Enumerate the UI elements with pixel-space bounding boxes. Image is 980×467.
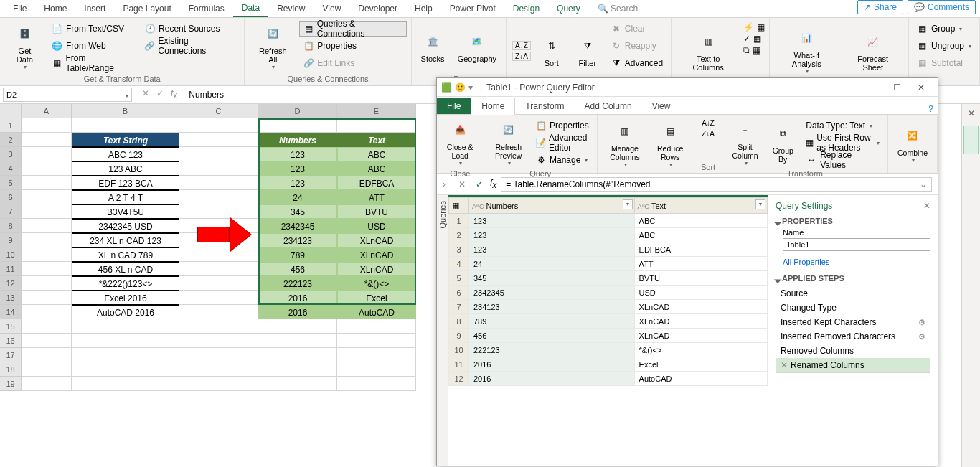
col-header[interactable]: B [72, 104, 179, 118]
forecast-button[interactable]: 📈Forecast Sheet [842, 19, 904, 82]
cell[interactable] [22, 334, 72, 348]
cell[interactable]: XLnCAD [337, 233, 416, 247]
cell[interactable] [337, 118, 416, 133]
all-properties-link[interactable]: All Properties [783, 258, 829, 266]
cell[interactable] [258, 118, 337, 133]
filter-dropdown-icon[interactable]: ▾ [623, 199, 633, 209]
name-box-input[interactable] [6, 90, 124, 99]
query-tab[interactable] [963, 126, 979, 154]
row-header[interactable]: 13 [0, 291, 22, 305]
cell[interactable]: Text [337, 133, 416, 147]
cell[interactable]: AutoCAD 2016 [72, 305, 179, 319]
cell[interactable]: ATT [337, 190, 416, 204]
col-header[interactable]: D [258, 104, 337, 118]
comments-button[interactable]: 💬Comments [908, 0, 976, 14]
applied-steps-header[interactable]: APPLIED STEPS [776, 274, 930, 283]
queries-pane-collapsed[interactable]: ✕ [961, 104, 980, 467]
row-header[interactable]: 18 [0, 362, 22, 377]
cell[interactable]: 222123 [258, 276, 337, 291]
share-button[interactable]: ↗Share [857, 0, 903, 14]
cell[interactable] [179, 377, 258, 391]
pq-cell[interactable]: XLnCAD [634, 300, 767, 314]
cell[interactable]: Numbers [258, 133, 337, 147]
cell[interactable] [179, 362, 258, 377]
whatif-button[interactable]: 📊What-If Analysis [774, 19, 839, 82]
cell[interactable] [72, 319, 179, 334]
row-header[interactable]: 2 [0, 133, 22, 147]
cell[interactable]: 2016 [258, 305, 337, 319]
pq-properties[interactable]: 📋Properties [532, 118, 593, 133]
pq-formula-input[interactable]: = Table.RenameColumns(#"Removed⌄ [501, 177, 932, 192]
minimize-icon[interactable]: — [860, 82, 885, 93]
pq-col-header[interactable]: AᴮC Text▾ [634, 198, 767, 214]
remove-dup-icon[interactable]: ▦ [757, 22, 765, 32]
filter-button[interactable]: ⧩Filter [571, 19, 604, 82]
cell[interactable] [72, 348, 179, 362]
pq-row-number[interactable]: 11 [449, 357, 469, 372]
cell[interactable] [337, 334, 416, 348]
cell[interactable]: 789 [258, 247, 337, 262]
row-header[interactable]: 12 [0, 276, 22, 291]
smiley-icon[interactable]: 🙂 [455, 82, 466, 93]
queries-connections[interactable]: ▤Queries & Connections [299, 21, 406, 37]
cell[interactable] [22, 348, 72, 362]
pq-cell[interactable]: XLnCAD [634, 329, 767, 343]
pq-cell[interactable]: 345 [469, 271, 635, 286]
pq-tab-file[interactable]: File [437, 98, 471, 114]
cell[interactable] [179, 176, 258, 190]
chevron-down-icon[interactable]: ⌄ [920, 179, 927, 189]
step-item[interactable]: Inserted Removed Characters⚙ [776, 329, 930, 344]
cell[interactable]: EDF 123 BCA [72, 176, 179, 190]
cell[interactable]: XLnCAD [337, 262, 416, 276]
cancel-icon[interactable]: ✕ [142, 88, 149, 100]
existing-connections[interactable]: 🔗Existing Connections [141, 38, 240, 54]
tab-help[interactable]: Help [406, 1, 441, 16]
pq-cell[interactable]: USD [634, 286, 767, 300]
cell[interactable] [179, 133, 258, 147]
cell[interactable] [337, 377, 416, 391]
cell[interactable]: B3V4T5U [72, 204, 179, 219]
relations-icon[interactable]: ⧉ [743, 45, 750, 55]
row-header[interactable]: 1 [0, 118, 22, 133]
row-header[interactable]: 11 [0, 262, 22, 276]
from-web[interactable]: 🌐From Web [48, 38, 138, 54]
filter-dropdown-icon[interactable]: ▾ [755, 199, 765, 209]
tab-file[interactable]: File [4, 1, 35, 16]
geography-button[interactable]: 🗺️Geography [453, 19, 501, 73]
tab-formulas[interactable]: Formulas [180, 1, 233, 16]
tab-page-layout[interactable]: Page Layout [114, 1, 179, 16]
close-icon[interactable]: ✕ [923, 201, 930, 211]
pq-cell[interactable]: ABC [634, 228, 767, 242]
step-item[interactable]: Removed Columns [776, 344, 930, 358]
tab-query[interactable]: Query [548, 1, 589, 16]
combine[interactable]: 🔀Combine [892, 116, 933, 171]
row-header[interactable]: 8 [0, 219, 22, 233]
cell[interactable]: 123 [258, 147, 337, 161]
pq-cell[interactable]: XLnCAD [634, 314, 767, 329]
cell[interactable] [22, 247, 72, 262]
cell[interactable] [22, 147, 72, 161]
cell[interactable] [337, 319, 416, 334]
cell[interactable] [22, 262, 72, 276]
pq-row-number[interactable]: 8 [449, 314, 469, 329]
tab-view[interactable]: View [314, 1, 350, 16]
tab-insert[interactable]: Insert [75, 1, 114, 16]
pq-cell[interactable]: 2016 [469, 357, 635, 372]
advanced-editor[interactable]: 📝Advanced Editor [532, 135, 593, 151]
cell[interactable] [179, 161, 258, 176]
cell[interactable]: XL n CAD 789 [72, 247, 179, 262]
pq-tab-view[interactable]: View [642, 98, 681, 114]
cell[interactable] [179, 204, 258, 219]
gear-icon[interactable]: ⚙ [918, 318, 925, 327]
row-header[interactable]: 15 [0, 319, 22, 334]
cell[interactable]: 123 [258, 176, 337, 190]
cell[interactable] [22, 276, 72, 291]
query-name-input[interactable] [783, 238, 930, 251]
expand-icon[interactable]: › [443, 179, 446, 189]
cell[interactable]: A 2 T 4 T [72, 190, 179, 204]
pq-row-number[interactable]: 9 [449, 329, 469, 343]
text-to-columns[interactable]: ▥Text to Columns [676, 19, 740, 82]
maximize-icon[interactable]: ☐ [885, 82, 909, 93]
group-by[interactable]: ⧉Group By [766, 116, 799, 169]
pq-tab-add-column[interactable]: Add Column [575, 98, 642, 114]
